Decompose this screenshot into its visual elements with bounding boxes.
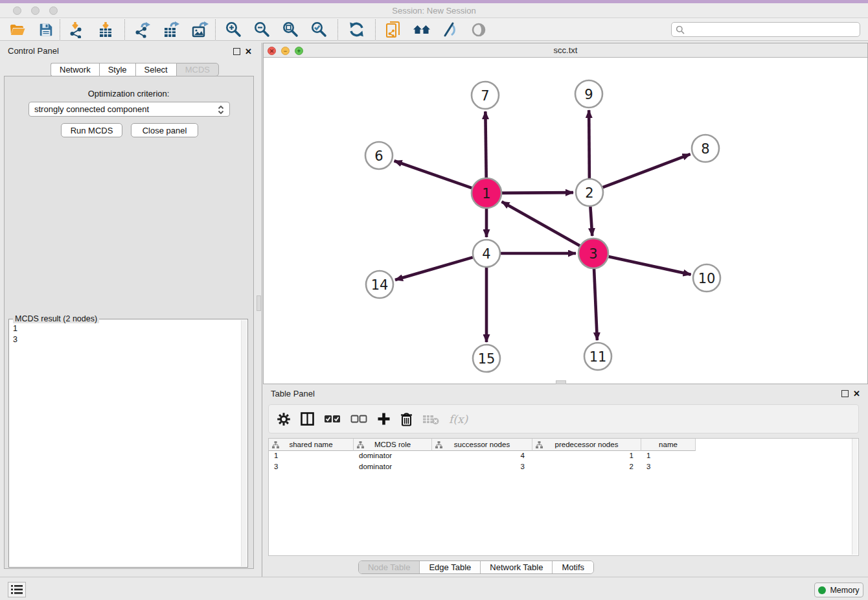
column-header-shared-name[interactable]: shared name <box>269 439 354 451</box>
cell-name[interactable]: 3 <box>641 462 696 473</box>
graph-edge-1-2[interactable] <box>502 192 573 193</box>
split-pane-grip[interactable] <box>556 380 566 384</box>
graph-node-4[interactable]: 4 <box>473 240 500 267</box>
column-header-mcds-role[interactable]: MCDS role <box>354 439 432 451</box>
tab-motifs[interactable]: Motifs <box>553 561 593 573</box>
save-session-button[interactable] <box>36 20 56 40</box>
search-input[interactable] <box>685 25 856 34</box>
graph-node-10[interactable]: 10 <box>693 264 720 292</box>
graph-node-1[interactable]: 1 <box>472 178 501 208</box>
export-table-button[interactable] <box>161 20 181 40</box>
close-panel-button[interactable]: Close panel <box>131 123 198 137</box>
column-header-predecessor-nodes[interactable]: predecessor nodes <box>532 439 641 451</box>
cell-mcds-role[interactable]: dominator <box>354 451 432 462</box>
first-neighbors-button[interactable] <box>412 20 431 40</box>
zoom-out-button[interactable] <box>252 20 271 40</box>
delete-column-button[interactable] <box>400 410 413 429</box>
import-table-icon <box>97 21 114 38</box>
cell-predecessor-nodes[interactable]: 2 <box>532 462 641 473</box>
toolbar-separator <box>124 19 125 40</box>
run-mcds-button[interactable]: Run MCDS <box>61 123 122 137</box>
search-field[interactable] <box>671 22 860 37</box>
fx-icon: f(x) <box>449 413 468 426</box>
column-header-name[interactable]: name <box>641 439 696 451</box>
mcds-result-text[interactable]: 1 3 <box>9 321 241 566</box>
graph-edge-3-1[interactable] <box>502 202 580 246</box>
deselect-all-columns-button[interactable] <box>350 410 367 429</box>
show-all-button[interactable] <box>469 20 488 40</box>
import-network-button[interactable] <box>67 20 87 40</box>
graph-node-6[interactable]: 6 <box>365 142 393 169</box>
clone-network-button[interactable] <box>383 20 403 40</box>
table-panel-close-button[interactable]: ✕ <box>853 390 860 397</box>
function-builder-button[interactable]: f(x) <box>449 410 468 429</box>
graph-node-2[interactable]: 2 <box>576 179 603 206</box>
import-table-button[interactable] <box>96 20 115 40</box>
graph-node-3[interactable]: 3 <box>578 238 608 268</box>
graph-node-11[interactable]: 11 <box>584 343 611 370</box>
table-row[interactable]: 1 dominator 4 1 1 <box>269 451 858 462</box>
table-scrollbar[interactable] <box>852 439 858 555</box>
gear-icon <box>277 412 291 426</box>
network-window-titlebar[interactable]: ✕ − + scc.txt <box>264 43 867 58</box>
hide-selected-button[interactable] <box>440 20 460 40</box>
cell-shared-name[interactable]: 1 <box>269 451 354 462</box>
panel-divider[interactable] <box>262 43 262 577</box>
control-panel-float-button[interactable] <box>233 48 240 55</box>
network-canvas[interactable]: 1234678910111415 <box>264 58 867 384</box>
graph-edge-3-11[interactable] <box>594 269 597 340</box>
graph-node-14[interactable]: 14 <box>366 271 393 298</box>
table-settings-button[interactable] <box>277 410 291 429</box>
open-session-button[interactable] <box>8 20 27 40</box>
panel-divider-grip[interactable] <box>257 295 261 311</box>
network-window-title: scc.txt <box>264 45 867 55</box>
result-scrollbar[interactable] <box>241 320 247 566</box>
tab-style[interactable]: Style <box>99 63 135 76</box>
zoom-in-button[interactable] <box>223 20 243 40</box>
cell-name[interactable]: 1 <box>641 451 696 462</box>
export-image-button[interactable] <box>190 20 209 40</box>
table-panel-float-button[interactable] <box>841 390 849 397</box>
export-network-button[interactable] <box>133 20 152 40</box>
graph-edge-2-3[interactable] <box>590 207 592 236</box>
tab-network[interactable]: Network <box>51 63 99 76</box>
tab-network-table[interactable]: Network Table <box>481 561 553 573</box>
graph-edge-1-7[interactable] <box>485 111 486 178</box>
create-column-button[interactable] <box>377 410 391 429</box>
table-row[interactable]: 3 dominator 3 2 3 <box>269 462 858 473</box>
checked-boxes-icon <box>324 415 341 424</box>
criterion-select[interactable]: strongly connected component <box>29 102 230 117</box>
result-line: 3 <box>13 334 237 345</box>
cell-successor-nodes[interactable]: 3 <box>432 462 532 473</box>
control-panel-close-button[interactable]: ✕ <box>245 48 252 55</box>
cell-successor-nodes[interactable]: 4 <box>432 451 532 462</box>
zoom-selected-button[interactable] <box>309 20 328 40</box>
graph-edge-3-10[interactable] <box>608 257 691 275</box>
graph-node-9[interactable]: 9 <box>575 80 602 108</box>
graph-edge-1-6[interactable] <box>394 161 472 188</box>
show-column-panel-button[interactable] <box>301 410 314 429</box>
cell-mcds-role[interactable]: dominator <box>354 462 432 473</box>
refresh-icon <box>348 21 365 38</box>
graph-edge-4-14[interactable] <box>395 257 473 280</box>
svg-text:14: 14 <box>371 277 389 293</box>
task-history-button[interactable] <box>8 582 26 597</box>
tab-node-table[interactable]: Node Table <box>359 561 420 573</box>
window-titlebar[interactable]: Session: New Session <box>0 3 868 18</box>
delete-table-button[interactable] <box>422 410 439 429</box>
tab-mcds[interactable]: MCDS <box>176 63 219 76</box>
tab-select[interactable]: Select <box>135 63 176 76</box>
graph-node-15[interactable]: 15 <box>473 345 500 372</box>
cell-shared-name[interactable]: 3 <box>269 462 354 473</box>
column-header-successor-nodes[interactable]: successor nodes <box>432 439 532 451</box>
tab-edge-table[interactable]: Edge Table <box>420 561 481 573</box>
memory-button[interactable]: Memory <box>814 583 863 597</box>
cell-predecessor-nodes[interactable]: 1 <box>532 451 641 462</box>
graph-node-7[interactable]: 7 <box>472 82 499 109</box>
graph-edge-2-9[interactable] <box>589 110 589 178</box>
apply-layout-button[interactable] <box>347 20 366 40</box>
graph-edge-2-8[interactable] <box>603 154 691 187</box>
zoom-fit-button[interactable] <box>280 20 300 40</box>
graph-node-8[interactable]: 8 <box>692 135 719 162</box>
select-all-columns-button[interactable] <box>324 410 341 429</box>
